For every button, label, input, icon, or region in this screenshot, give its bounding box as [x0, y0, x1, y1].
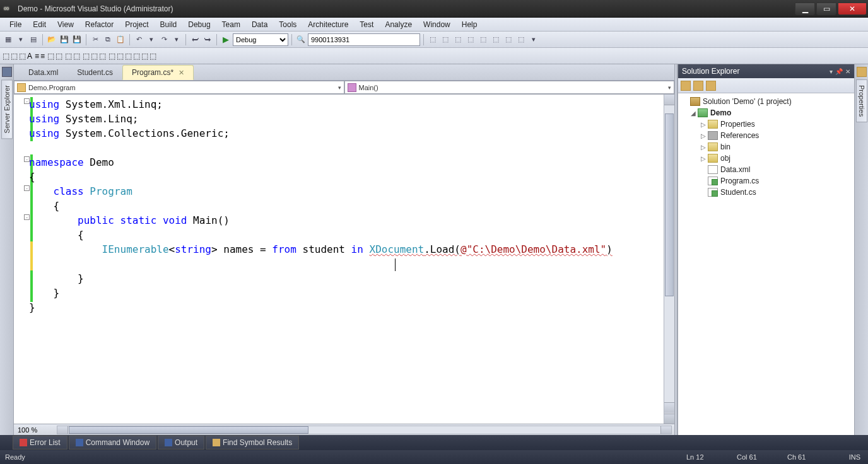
- menu-build[interactable]: Build: [155, 19, 183, 30]
- server-explorer-tab[interactable]: Server Explorer: [1, 79, 13, 139]
- tb-icon-g[interactable]: ⬚: [503, 34, 514, 45]
- menu-window[interactable]: Window: [418, 19, 456, 30]
- comment-icon[interactable]: ⬚: [65, 52, 72, 61]
- tab-find-results[interactable]: Find Symbol Results: [206, 436, 299, 450]
- se-tb-icon-2[interactable]: [693, 81, 703, 91]
- tb2-icon-13[interactable]: ⬚: [133, 52, 140, 61]
- nav-back-icon[interactable]: ⮨: [189, 34, 201, 45]
- tb-icon-a[interactable]: ⬚: [427, 34, 438, 45]
- open-icon[interactable]: 📂: [46, 34, 57, 45]
- tb2-icon-1[interactable]: ⬚: [3, 52, 9, 61]
- zoom-combo[interactable]: 100 %: [14, 426, 54, 434]
- horizontal-scrollbar[interactable]: [57, 426, 672, 434]
- type-nav-combo[interactable]: Demo.Program: [14, 81, 344, 94]
- menu-view[interactable]: View: [52, 19, 79, 30]
- panel-close-icon[interactable]: ✕: [845, 68, 850, 75]
- editor-tabs: Data.xml Student.cs Program.cs*✕: [14, 64, 674, 81]
- menu-file[interactable]: File: [4, 19, 27, 30]
- tb-icon-e[interactable]: ⬚: [478, 34, 489, 45]
- tab-command-window[interactable]: Command Window: [69, 436, 156, 450]
- tb2-icon-14[interactable]: ⬚: [141, 52, 148, 61]
- tb-icon-c[interactable]: ⬚: [452, 34, 464, 45]
- new-project-icon[interactable]: ▦: [3, 34, 14, 45]
- tree-obj: ▷obj: [679, 153, 853, 164]
- tb-icon-b[interactable]: ⬚: [440, 34, 451, 45]
- tb2-icon-2[interactable]: ⬚: [11, 52, 18, 61]
- indent-dec-icon[interactable]: ≡: [35, 52, 39, 61]
- uncomment-icon[interactable]: ⬚: [73, 52, 80, 61]
- copy-icon[interactable]: ⧉: [102, 34, 114, 45]
- menu-analyze[interactable]: Analyze: [379, 19, 418, 30]
- tab-data-xml[interactable]: Data.xml: [19, 65, 67, 80]
- tb2-icon-12[interactable]: ⬚: [125, 52, 132, 61]
- close-tab-icon[interactable]: ✕: [179, 69, 184, 76]
- add-item-icon[interactable]: ▤: [28, 34, 39, 45]
- redo-icon[interactable]: ↷: [158, 34, 170, 45]
- panel-pin-icon[interactable]: 📌: [835, 68, 843, 75]
- config-select[interactable]: Debug: [233, 33, 288, 46]
- toolbar-text: ⬚ ⬚ ⬚ A ≡ ≡ ⬚ ⬚ ⬚ ⬚ ⬚ ⬚ ⬚ ⬚ ⬚ ⬚ ⬚ ⬚ ⬚: [0, 48, 868, 64]
- properties-icon[interactable]: [857, 67, 867, 77]
- undo-icon[interactable]: ↶: [133, 34, 144, 45]
- tab-output[interactable]: Output: [158, 436, 204, 450]
- minimize-button[interactable]: ▁: [795, 3, 815, 15]
- text-caret: [395, 258, 396, 271]
- se-tb-icon-3[interactable]: [706, 81, 716, 91]
- tb2-icon-10[interactable]: ⬚: [108, 52, 115, 61]
- menu-data[interactable]: Data: [246, 19, 273, 30]
- redo-drop-icon[interactable]: ▾: [171, 34, 182, 45]
- status-line: Ln 12: [686, 453, 737, 461]
- start-debug-icon[interactable]: ▶: [220, 34, 232, 45]
- tb2-icon-8[interactable]: ⬚: [91, 52, 98, 61]
- tb2-icon-3[interactable]: ⬚: [19, 52, 26, 61]
- member-nav-combo[interactable]: Main(): [344, 81, 675, 94]
- tb2-icon-5[interactable]: ⬚: [47, 52, 54, 61]
- indent-inc-icon[interactable]: ≡: [40, 52, 45, 61]
- new-file-icon[interactable]: ▾: [15, 34, 26, 45]
- tb2-icon-11[interactable]: ⬚: [117, 52, 124, 61]
- menu-test[interactable]: Test: [354, 19, 379, 30]
- close-button[interactable]: ✕: [838, 3, 867, 15]
- tab-student-cs[interactable]: Student.cs: [67, 65, 122, 80]
- vertical-scrollbar[interactable]: [664, 95, 674, 424]
- menu-help[interactable]: Help: [456, 19, 483, 30]
- properties-tab[interactable]: Properties: [856, 79, 867, 122]
- panel-dropdown-icon[interactable]: ▾: [830, 68, 833, 75]
- nav-fwd-icon[interactable]: ⮩: [202, 34, 213, 45]
- tb-drop-icon[interactable]: ▾: [528, 34, 539, 45]
- tb2-icon-15[interactable]: ⬚: [150, 52, 156, 61]
- tb-icon-f[interactable]: ⬚: [490, 34, 501, 45]
- cut-icon[interactable]: ✂: [90, 34, 101, 45]
- tab-program-cs[interactable]: Program.cs*✕: [122, 65, 194, 80]
- menu-project[interactable]: Project: [119, 19, 154, 30]
- tb2-icon-9[interactable]: ⬚: [99, 52, 106, 61]
- menu-refactor[interactable]: Refactor: [79, 19, 119, 30]
- tb-icon-h[interactable]: ⬚: [515, 34, 527, 45]
- undo-drop-icon[interactable]: ▾: [146, 34, 157, 45]
- menu-tools[interactable]: Tools: [273, 19, 302, 30]
- search-input[interactable]: [308, 33, 420, 46]
- save-all-icon[interactable]: 💾: [71, 34, 83, 45]
- menu-architecture[interactable]: Architecture: [302, 19, 354, 30]
- tb2-icon-6[interactable]: ⬚: [56, 52, 62, 61]
- menu-team[interactable]: Team: [216, 19, 246, 30]
- tb-icon-d[interactable]: ⬚: [465, 34, 476, 45]
- code-editor[interactable]: using System.Xml.Linq; using System.Linq…: [29, 95, 664, 424]
- find-in-files-icon[interactable]: 🔍: [295, 34, 307, 45]
- toolbox-icon[interactable]: [2, 67, 12, 77]
- tab-error-list[interactable]: Error List: [13, 436, 67, 450]
- project-icon: [698, 108, 708, 117]
- menu-debug[interactable]: Debug: [182, 19, 216, 30]
- paste-icon[interactable]: 📋: [115, 34, 126, 45]
- right-sidebar: Properties: [854, 64, 868, 435]
- tb2-icon-7[interactable]: ⬚: [83, 52, 90, 61]
- save-icon[interactable]: 💾: [59, 34, 70, 45]
- status-col: Col 61: [737, 453, 787, 461]
- cs-file-icon: [708, 188, 718, 197]
- tb2-icon-4[interactable]: A: [27, 52, 32, 61]
- maximize-button[interactable]: ▭: [816, 3, 836, 15]
- solution-tree[interactable]: Solution 'Demo' (1 project) ◢Demo ▷Prope…: [678, 93, 854, 435]
- se-tb-icon-1[interactable]: [681, 81, 691, 91]
- menu-edit[interactable]: Edit: [27, 19, 52, 30]
- bottom-tabs: Error List Command Window Output Find Sy…: [0, 435, 868, 450]
